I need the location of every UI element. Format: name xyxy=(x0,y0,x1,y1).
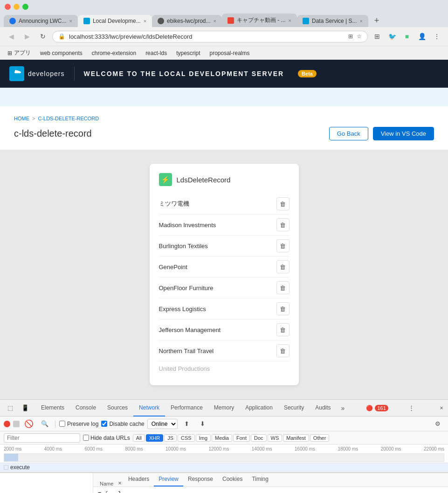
extensions-icon[interactable]: ⊞ xyxy=(371,30,384,43)
forward-button[interactable]: ▶ xyxy=(21,30,34,43)
tab-close-1[interactable]: × xyxy=(69,18,72,24)
devtools-tab-memory[interactable]: Memory xyxy=(208,400,240,417)
devtools-tab-audits[interactable]: Audits xyxy=(310,400,336,417)
stop-recording-button[interactable] xyxy=(13,421,20,427)
delete-button-7[interactable]: 🗑 xyxy=(276,344,289,357)
filter-all-button[interactable]: All xyxy=(133,434,145,442)
maximize-traffic-light[interactable] xyxy=(22,4,28,10)
close-traffic-light[interactable] xyxy=(5,4,11,10)
preview-area: ⚡ LdsDeleteRecord ミツワ電機 🗑 Madison Invest… xyxy=(0,150,448,399)
filter-font-button[interactable]: Font xyxy=(233,434,250,442)
back-button[interactable]: ◀ xyxy=(5,30,18,43)
disable-cache-checkbox[interactable] xyxy=(101,421,107,427)
devtools-tab-console[interactable]: Console xyxy=(70,400,102,417)
devtools-close-button[interactable]: × xyxy=(435,402,448,415)
bookmark-webcomp[interactable]: web components xyxy=(37,49,85,57)
timeline-graph[interactable] xyxy=(4,453,444,462)
hide-data-urls-checkbox[interactable] xyxy=(83,435,89,441)
devtools-tab-security[interactable]: Security xyxy=(278,400,310,417)
delete-button-2[interactable]: 🗑 xyxy=(276,239,289,252)
bookmark-proposal[interactable]: proposal-realms xyxy=(207,49,253,57)
menu-icon[interactable]: ⋮ xyxy=(430,30,443,43)
filter-manifest-button[interactable]: Manifest xyxy=(283,434,309,442)
bookmark-typescript[interactable]: typescript xyxy=(173,49,203,57)
bookmark-apps[interactable]: ⊞ アプリ xyxy=(5,48,34,58)
response-left-panel xyxy=(0,473,93,493)
preserve-log-text: Preserve log xyxy=(67,421,98,427)
import-har-button[interactable]: ⬆ xyxy=(180,417,193,431)
response-tab-cookies[interactable]: Cookies xyxy=(218,472,247,486)
go-back-button[interactable]: Go Back xyxy=(329,127,368,140)
card-title: LdsDeleteRecord xyxy=(177,176,231,184)
network-throttle-select[interactable]: Online xyxy=(147,419,178,429)
address-bar[interactable]: 🔒 localhost:3333/lwc/preview/c/ldsDelete… xyxy=(52,31,368,42)
bookmark-react-lds[interactable]: react-lds xyxy=(143,49,170,57)
json-expand-root[interactable]: ▼ xyxy=(98,491,101,493)
preserve-log-checkbox-label[interactable]: Preserve log xyxy=(59,421,98,427)
filter-css-button[interactable]: CSS xyxy=(178,434,195,442)
tab-close-4[interactable]: × xyxy=(289,18,291,23)
devtools-tab-more[interactable]: » xyxy=(337,400,350,417)
delete-button-0[interactable]: 🗑 xyxy=(276,197,289,210)
filter-ws-button[interactable]: WS xyxy=(268,434,283,442)
devtools-device-icon[interactable]: 📱 xyxy=(19,402,32,415)
browser-tab-4[interactable]: キャプチャ動画 - ... × xyxy=(222,14,297,27)
search-network-button[interactable]: 🔍 xyxy=(38,417,51,431)
minimize-traffic-light[interactable] xyxy=(14,4,20,10)
devtools-tab-performance[interactable]: Performance xyxy=(165,400,208,417)
devtools-inspect-icon[interactable]: ⬚ xyxy=(4,402,17,415)
bookmark-chrome-ext[interactable]: chrome-extension xyxy=(89,49,139,57)
network-settings-button[interactable]: ⚙ xyxy=(431,417,444,431)
filter-media-button[interactable]: Media xyxy=(212,434,232,442)
delete-button-3[interactable]: 🗑 xyxy=(276,260,289,273)
browser-tab-2[interactable]: Local Developme... × xyxy=(78,15,152,27)
green-icon[interactable]: ■ xyxy=(400,30,414,43)
browser-tab-5[interactable]: Data Service | S... × xyxy=(297,15,368,27)
response-tab-timing[interactable]: Timing xyxy=(247,472,273,486)
response-tab-response[interactable]: Response xyxy=(183,472,218,486)
delete-button-1[interactable]: 🗑 xyxy=(276,218,289,231)
view-in-vscode-button[interactable]: View in VS Code xyxy=(373,127,434,140)
filter-other-button[interactable]: Other xyxy=(310,434,330,442)
browser-titlebar xyxy=(0,0,448,14)
network-row-execute[interactable]: execute xyxy=(0,463,448,472)
devtools-tab-elements[interactable]: Elements xyxy=(35,400,70,417)
delete-button-4[interactable]: 🗑 xyxy=(276,281,289,294)
tab-close-2[interactable]: × xyxy=(144,18,146,24)
breadcrumb-home[interactable]: HOME xyxy=(14,116,29,121)
response-close-button[interactable]: × xyxy=(116,479,124,486)
twitter-icon[interactable]: 🐦 xyxy=(386,30,399,43)
tab-close-3[interactable]: × xyxy=(213,18,216,24)
delete-button-6[interactable]: 🗑 xyxy=(276,323,289,336)
new-tab-button[interactable]: + xyxy=(370,14,383,27)
record-network-button[interactable] xyxy=(4,421,10,427)
tab-close-5[interactable]: × xyxy=(360,18,363,24)
hide-data-urls-label[interactable]: Hide data URLs xyxy=(83,435,130,441)
browser-tab-1[interactable]: Announcing LWC... × xyxy=(4,15,78,27)
filter-input[interactable] xyxy=(4,433,80,443)
delete-button-5[interactable]: 🗑 xyxy=(276,302,289,315)
devtools-tab-sources[interactable]: Sources xyxy=(102,400,133,417)
record-name-7: Northern Trail Travel xyxy=(159,347,214,354)
disable-cache-checkbox-label[interactable]: Disable cache xyxy=(101,421,144,427)
tab-favicon-2 xyxy=(83,18,90,24)
browser-tab-3[interactable]: ebikes-lwc/prod... × xyxy=(152,15,222,27)
filter-xhr-button[interactable]: XHR xyxy=(146,434,163,442)
filter-img-button[interactable]: Img xyxy=(196,434,211,442)
record-name-1: Madison Investments xyxy=(159,222,216,229)
devtools-tab-application[interactable]: Application xyxy=(240,400,278,417)
record-name-4: OpenFloor Furniture xyxy=(159,285,214,292)
devtools-tab-network[interactable]: Network xyxy=(133,400,165,417)
devtools-more-icon[interactable]: ⋮ xyxy=(405,402,418,415)
clear-network-button[interactable]: 🚫 xyxy=(22,417,35,431)
export-har-button[interactable]: ⬇ xyxy=(196,417,209,431)
json-root-line: ▼ { … } xyxy=(98,490,443,493)
response-tab-headers[interactable]: Headers xyxy=(124,472,154,486)
tabs-bar: Announcing LWC... × Local Developme... ×… xyxy=(0,14,448,27)
filter-js-button[interactable]: JS xyxy=(164,434,177,442)
filter-doc-button[interactable]: Doc xyxy=(251,434,267,442)
refresh-button[interactable]: ↻ xyxy=(36,30,49,43)
response-tab-preview[interactable]: Preview xyxy=(154,472,183,486)
profile-icon[interactable]: 👤 xyxy=(415,30,428,43)
preserve-log-checkbox[interactable] xyxy=(59,421,65,427)
